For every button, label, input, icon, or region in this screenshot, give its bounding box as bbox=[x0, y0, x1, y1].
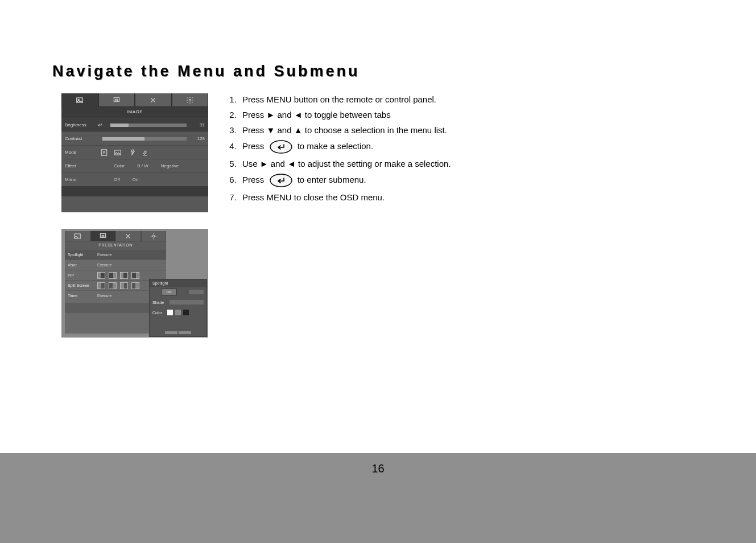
tab-image-icon bbox=[61, 93, 98, 107]
contrast-slider bbox=[102, 137, 187, 141]
osd-row-mirror: Mirror Off On bbox=[61, 172, 208, 186]
enter-button-icon bbox=[269, 139, 293, 154]
split-icon-4 bbox=[131, 282, 139, 289]
pip-icon-4 bbox=[131, 272, 139, 279]
mode-label: Mode bbox=[65, 150, 98, 155]
enter-button-icon-2 bbox=[269, 173, 293, 188]
submenu-color-swatches bbox=[167, 310, 189, 315]
tab2-tools-icon bbox=[115, 231, 141, 241]
step-5: Use ► and ◄ to adjust the setting or mak… bbox=[239, 158, 643, 170]
osd-row-contrast: Contrast 128 bbox=[61, 131, 208, 145]
mirror-label: Mirror bbox=[65, 177, 98, 182]
osd-presentation-menu: PRESENTATION Spotlight Execute Visor Exe… bbox=[61, 229, 208, 338]
mirror-options: Off On bbox=[98, 177, 138, 182]
svg-point-11 bbox=[270, 141, 292, 153]
contrast-value: 128 bbox=[191, 136, 205, 141]
step-2-text: Press ► and ◄ to toggle between tabs bbox=[242, 110, 391, 120]
spotlight-value: Execute bbox=[97, 253, 111, 257]
osd-row-brightness: Brightness ↵ 31 bbox=[61, 118, 208, 131]
brightness-label: Brightness bbox=[65, 122, 98, 127]
submenu-footer-bar-1 bbox=[165, 331, 177, 334]
mirror-opt-on: On bbox=[133, 177, 139, 182]
swatch-2 bbox=[175, 310, 181, 315]
mode-icons bbox=[98, 149, 149, 157]
pip-icon-3 bbox=[120, 272, 128, 279]
step-7: Press MENU to close the OSD menu. bbox=[239, 191, 643, 203]
svg-rect-3 bbox=[115, 99, 118, 101]
osd-image-footer bbox=[61, 186, 208, 196]
step-6a-text: Press bbox=[242, 175, 267, 184]
effect-opt-negative: Negative bbox=[161, 163, 179, 168]
submenu-shade-value bbox=[170, 300, 204, 305]
effect-opt-bw: B / W bbox=[137, 163, 148, 168]
split-icon-2 bbox=[109, 282, 117, 289]
step-7-text: Press MENU to close the OSD menu. bbox=[242, 192, 385, 202]
swatch-3 bbox=[183, 310, 189, 315]
submenu-shade-row: Shade bbox=[150, 297, 206, 307]
page-number: 16 bbox=[0, 462, 756, 475]
pip-icon-2 bbox=[109, 272, 117, 279]
pip-icon-1 bbox=[97, 272, 105, 279]
split-label: Split Screen bbox=[68, 283, 97, 287]
svg-point-12 bbox=[270, 174, 292, 187]
step-4: Press to make a selection. bbox=[239, 139, 643, 154]
osd-row-mode: Mode bbox=[61, 145, 208, 159]
osd-presentation-title: PRESENTATION bbox=[65, 241, 166, 249]
submenu-on-row: ON bbox=[150, 287, 206, 297]
step-1-text: Press MENU button on the remote or contr… bbox=[242, 94, 436, 104]
document-page: Navigate the Menu and Submenu IMAGE Brig… bbox=[0, 0, 756, 543]
brightness-slider bbox=[110, 124, 187, 127]
tab-presentation-icon bbox=[98, 93, 135, 107]
submenu-off-box bbox=[189, 290, 204, 294]
submenu-shade-label: Shade bbox=[152, 301, 167, 305]
mode-picture-icon bbox=[114, 149, 122, 157]
svg-point-10 bbox=[152, 235, 155, 237]
prow-spotlight: Spotlight Execute bbox=[65, 249, 166, 260]
effect-options: Color B / W Negative bbox=[98, 163, 179, 168]
split-icons bbox=[97, 282, 139, 289]
submenu-color-row: Color bbox=[150, 307, 206, 318]
osd-presentation-tabs bbox=[65, 231, 166, 241]
brightness-value: 31 bbox=[191, 122, 205, 127]
tab-settings-icon bbox=[172, 93, 209, 107]
timer-label: Timer bbox=[68, 294, 97, 298]
svg-point-4 bbox=[189, 99, 191, 101]
split-icon-1 bbox=[97, 282, 105, 289]
step-1: Press MENU button on the remote or contr… bbox=[239, 93, 643, 105]
step-4a-text: Press bbox=[242, 141, 267, 151]
visor-value: Execute bbox=[97, 263, 111, 267]
enter-glyph-icon: ↵ bbox=[98, 122, 102, 128]
effect-label: Effect bbox=[65, 163, 98, 168]
pip-icons bbox=[97, 272, 139, 279]
svg-rect-9 bbox=[102, 235, 104, 237]
contrast-label: Contrast bbox=[65, 136, 98, 141]
step-3-text: Press ▼ and ▲ to choose a selection in t… bbox=[242, 125, 447, 135]
submenu-footer bbox=[150, 331, 206, 334]
effect-opt-color: Color bbox=[114, 163, 125, 168]
submenu-on-box: ON bbox=[161, 289, 177, 295]
swatch-1 bbox=[167, 310, 173, 315]
page-heading: Navigate the Menu and Submenu bbox=[52, 63, 360, 80]
mode-text-icon bbox=[100, 149, 108, 157]
tab2-image-icon bbox=[65, 231, 90, 241]
step-3: Press ▼ and ▲ to choose a selection in t… bbox=[239, 124, 643, 136]
step-4b-text: to make a selection. bbox=[298, 141, 373, 151]
tab2-presentation-icon bbox=[90, 231, 116, 241]
pip-label: PIP bbox=[68, 273, 97, 277]
step-6: Press to enter submenu. bbox=[239, 173, 643, 188]
mode-microscope-icon bbox=[141, 149, 149, 157]
osd-image-tabs bbox=[61, 93, 208, 107]
mode-motion-icon bbox=[127, 149, 135, 157]
step-6b-text: to enter submenu. bbox=[298, 175, 366, 184]
tab-tools-icon bbox=[135, 93, 172, 107]
mirror-opt-off: Off bbox=[114, 177, 120, 182]
spotlight-submenu: Spotlight ON Shade Color bbox=[149, 279, 207, 337]
osd-image-title: IMAGE bbox=[61, 107, 208, 118]
step-2: Press ► and ◄ to toggle between tabs bbox=[239, 109, 643, 121]
prow-visor: Visor Execute bbox=[65, 260, 166, 270]
visor-label: Visor bbox=[68, 263, 97, 267]
osd-row-effect: Effect Color B / W Negative bbox=[61, 159, 208, 172]
submenu-title: Spotlight bbox=[150, 279, 206, 287]
submenu-footer-bar-2 bbox=[179, 331, 191, 334]
spotlight-label: Spotlight bbox=[68, 253, 97, 257]
